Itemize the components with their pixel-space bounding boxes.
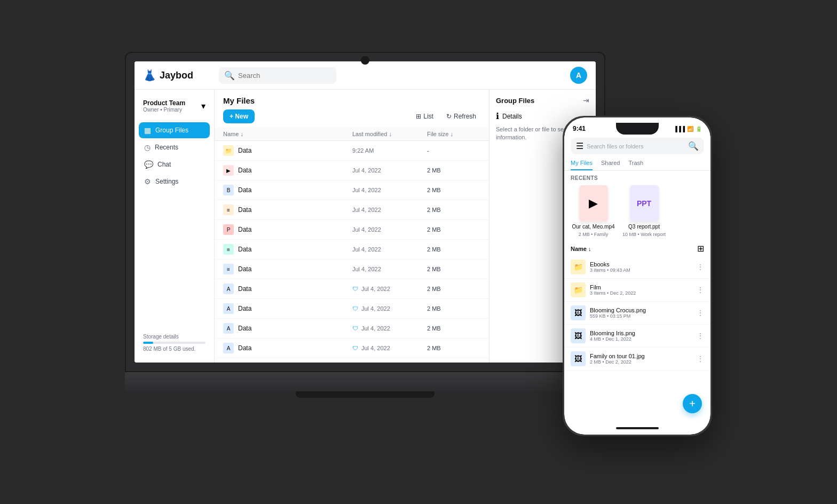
phone-file-name: Film xyxy=(590,284,692,290)
phone-screen: 9:41 ▐▐▐ 📶 🔋 ☰ Search files or folders 🔍… xyxy=(564,117,710,435)
table-header: Name ↓ Last modified ↓ File size ↓ xyxy=(215,128,489,141)
file-name: A Data xyxy=(223,303,352,314)
sidebar-item-chat[interactable]: 💬 Chat xyxy=(139,156,210,172)
file-modified: Jul 4, 2022 xyxy=(352,167,427,174)
phone-recents: ▶ Our cat, Meo.mp4 2 MB • Family PPT Q3 … xyxy=(564,183,710,241)
phone-file-meta: 2 MB • Dec 2, 2022 xyxy=(590,359,692,365)
file-size: 2 MB xyxy=(427,345,480,351)
page-title: My Files xyxy=(223,96,255,105)
phone-recent-meta-0: 2 MB • Family xyxy=(579,232,609,237)
phone-time: 9:41 xyxy=(573,125,586,132)
phone-tab-shared[interactable]: Shared xyxy=(601,160,620,170)
file-name: B Data xyxy=(223,185,352,195)
file-label: Data xyxy=(238,167,251,174)
file-icon: ▶ xyxy=(223,165,234,176)
file-name: P Data xyxy=(223,224,352,235)
phone-recent-item-0[interactable]: ▶ Our cat, Meo.mp4 2 MB • Family xyxy=(571,185,616,237)
phone-list-item[interactable]: 🖼 Blooming Iris.png 4 MB • Dec 1, 2022 ⋮ xyxy=(564,325,710,348)
file-size: - xyxy=(427,147,480,154)
phone-status-icons: ▐▐▐ 📶 🔋 xyxy=(674,126,702,132)
col-name: Name ↓ xyxy=(223,131,352,137)
shield-icon: 🛡 xyxy=(352,286,358,292)
phone-file-meta: 3 Items • 09:43 AM xyxy=(590,267,692,273)
laptop-base xyxy=(125,372,605,393)
phone-tab-myfiles[interactable]: My Files xyxy=(571,160,593,170)
file-modified: Jul 4, 2022 xyxy=(352,226,427,233)
file-name: ≡ Data xyxy=(223,244,352,255)
file-row[interactable]: P Data Jul 4, 2022 2 MB xyxy=(215,220,489,240)
file-icon: A xyxy=(223,284,234,294)
logo-icon: 👗 xyxy=(143,69,156,82)
laptop-foot xyxy=(296,391,435,398)
search-input[interactable] xyxy=(238,72,331,80)
file-label: Data xyxy=(238,265,251,273)
panel-header: Group Files ⇥ xyxy=(496,96,589,105)
sidebar-item-settings[interactable]: ⚙ Settings xyxy=(139,174,210,190)
file-row[interactable]: B Data Jul 4, 2022 2 MB xyxy=(215,180,489,200)
workspace-info: Product Team Owner • Primary xyxy=(143,99,185,113)
phone-recent-name-1: Q3 report.ppt xyxy=(628,224,660,230)
file-row[interactable]: ≡ Data Jul 4, 2022 2 MB xyxy=(215,259,489,279)
battery-icon: 🔋 xyxy=(696,126,702,132)
storage-used: 802 MB of 5 GB used. xyxy=(143,346,206,352)
more-options-icon[interactable]: ⋮ xyxy=(697,355,704,363)
shield-icon: 🛡 xyxy=(352,305,358,312)
storage-label: Storage details xyxy=(143,334,206,340)
wifi-icon: 📶 xyxy=(687,126,693,132)
sidebar-item-recents[interactable]: ◷ Recents xyxy=(139,139,210,155)
file-label: Data xyxy=(238,305,251,312)
file-size: 2 MB xyxy=(427,266,480,272)
file-row[interactable]: ≡ Data Jul 4, 2022 2 MB xyxy=(215,240,489,259)
phone-fab[interactable]: + xyxy=(683,394,702,413)
more-options-icon[interactable]: ⋮ xyxy=(697,309,704,317)
more-options-icon[interactable]: ⋮ xyxy=(697,286,704,294)
more-options-icon[interactable]: ⋮ xyxy=(697,332,704,340)
file-rows: 📁 Data 9:22 AM - ▶ Data Jul 4, 2022 2 MB… xyxy=(215,141,489,363)
recents-icon: ◷ xyxy=(144,143,151,152)
new-button[interactable]: + New xyxy=(223,109,255,123)
phone-recents-label: RECENTS xyxy=(564,171,710,183)
search-bar[interactable]: 🔍 xyxy=(219,67,336,84)
file-label: Data xyxy=(238,147,251,154)
file-modified: Jul 4, 2022 xyxy=(352,246,427,253)
phone-file-list: 📁 Ebooks 3 Items • 09:43 AM ⋮ 📁 Film 3 I… xyxy=(564,256,710,371)
sidebar-item-group-files[interactable]: ▦ Group Files xyxy=(139,122,210,138)
phone-tabs: My Files Shared Trash xyxy=(564,158,710,171)
avatar[interactable]: A xyxy=(570,67,587,84)
file-row[interactable]: A Data 🛡 Jul 4, 2022 2 MB xyxy=(215,319,489,338)
file-row[interactable]: A Data 🛡 Jul 4, 2022 2 MB xyxy=(215,299,489,319)
phone-search-bar[interactable]: ☰ Search files or folders 🔍 xyxy=(571,138,704,154)
sidebar: Product Team Owner • Primary ▾ ▦ Group F… xyxy=(135,90,215,363)
file-size: 2 MB xyxy=(427,305,480,312)
phone-list-item[interactable]: 🖼 Family on tour 01.jpg 2 MB • Dec 2, 20… xyxy=(564,348,710,371)
phone-grid-icon[interactable]: ⊞ xyxy=(697,243,704,254)
phone-list-item[interactable]: 📁 Ebooks 3 Items • 09:43 AM ⋮ xyxy=(564,256,710,279)
file-size: 2 MB xyxy=(427,187,480,193)
file-row[interactable]: A Data 🛡 Jul 4, 2022 2 MB xyxy=(215,279,489,299)
refresh-button[interactable]: ↻ Refresh xyxy=(442,111,480,122)
phone-tab-trash[interactable]: Trash xyxy=(628,160,643,170)
list-view-button[interactable]: ⊞ List xyxy=(412,111,438,122)
phone-list-item[interactable]: 🖼 Blooming Crocus.png 559 KB • 03:15 PM … xyxy=(564,302,710,325)
col-modified: Last modified ↓ xyxy=(352,131,427,137)
file-row[interactable]: A Data 🛡 Jul 4, 2022 2 MB xyxy=(215,358,489,363)
refresh-icon: ↻ xyxy=(446,113,452,120)
phone-list-item[interactable]: 📁 Film 3 Items • Dec 2, 2022 ⋮ xyxy=(564,279,710,302)
file-row[interactable]: ▶ Data Jul 4, 2022 2 MB xyxy=(215,161,489,180)
file-label: Data xyxy=(238,246,251,253)
phone-file-meta: 3 Items • Dec 2, 2022 xyxy=(590,290,692,296)
file-icon: P xyxy=(223,224,234,235)
phone-file-icon: 📁 xyxy=(571,282,586,297)
file-row[interactable]: A Data 🛡 Jul 4, 2022 2 MB xyxy=(215,338,489,358)
workspace-selector[interactable]: Product Team Owner • Primary ▾ xyxy=(139,96,210,116)
phone-file-details: Family on tour 01.jpg 2 MB • Dec 2, 2022 xyxy=(590,353,692,365)
phone-recent-item-1[interactable]: PPT Q3 report.ppt 10 MB • Work report xyxy=(621,185,667,237)
file-row[interactable]: ≡ Data Jul 4, 2022 2 MB xyxy=(215,200,489,220)
storage-section: Storage details 802 MB of 5 GB used. xyxy=(139,329,210,356)
panel-close-button[interactable]: ⇥ xyxy=(583,96,589,105)
file-row[interactable]: 📁 Data 9:22 AM - xyxy=(215,141,489,161)
more-options-icon[interactable]: ⋮ xyxy=(697,263,704,271)
laptop-frame: 👗 Jaybod 🔍 A xyxy=(125,52,605,372)
file-modified: Jul 4, 2022 xyxy=(352,187,427,193)
phone-recent-icon-0: ▶ xyxy=(579,185,608,222)
